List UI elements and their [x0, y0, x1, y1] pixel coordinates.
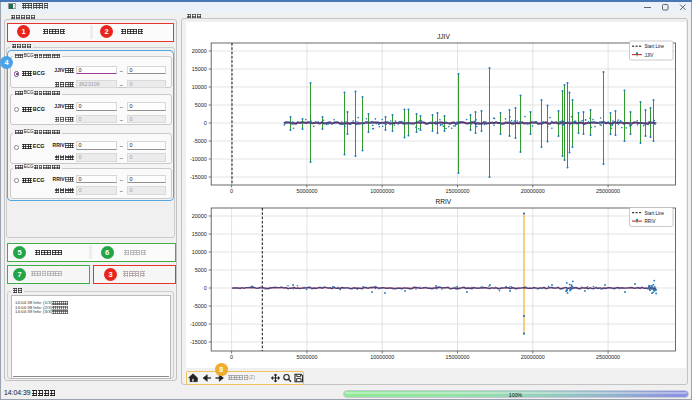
- svg-text:JJIV: JJIV: [645, 53, 655, 58]
- svg-text:0: 0: [204, 285, 207, 291]
- svg-text:JJIV: JJIV: [437, 33, 450, 40]
- svg-text:RRIV: RRIV: [436, 198, 452, 205]
- svg-text:-15000: -15000: [190, 339, 207, 345]
- svg-text:5000: 5000: [195, 267, 207, 273]
- svg-text:10000: 10000: [192, 249, 207, 255]
- svg-text:10000000: 10000000: [370, 188, 394, 194]
- svg-text:20000: 20000: [192, 48, 207, 54]
- svg-text:25000000: 25000000: [596, 354, 620, 360]
- svg-text:10000: 10000: [192, 84, 207, 90]
- svg-text:0: 0: [204, 120, 207, 126]
- svg-text:20000: 20000: [192, 213, 207, 219]
- svg-text:20000000: 20000000: [521, 188, 545, 194]
- svg-text:-10000: -10000: [190, 321, 207, 327]
- svg-text:15000: 15000: [192, 231, 207, 237]
- svg-text:5000000: 5000000: [296, 354, 317, 360]
- svg-text:25000000: 25000000: [596, 188, 620, 194]
- svg-text:-15000: -15000: [190, 174, 207, 180]
- svg-text:0: 0: [230, 354, 233, 360]
- svg-text:-10000: -10000: [190, 156, 207, 162]
- svg-text:10000000: 10000000: [370, 354, 394, 360]
- svg-text:-5000: -5000: [193, 303, 207, 309]
- svg-text:-5000: -5000: [193, 138, 207, 144]
- svg-text:5000: 5000: [195, 102, 207, 108]
- svg-text:15000000: 15000000: [446, 354, 470, 360]
- svg-text:20000000: 20000000: [521, 354, 545, 360]
- svg-text:15000000: 15000000: [446, 188, 470, 194]
- svg-text:Start Line: Start Line: [645, 211, 665, 216]
- svg-text:RRIV: RRIV: [645, 219, 657, 224]
- svg-text:15000: 15000: [192, 66, 207, 72]
- svg-text:0: 0: [230, 188, 233, 194]
- svg-text:Start Line: Start Line: [645, 44, 665, 49]
- svg-text:5000000: 5000000: [296, 188, 317, 194]
